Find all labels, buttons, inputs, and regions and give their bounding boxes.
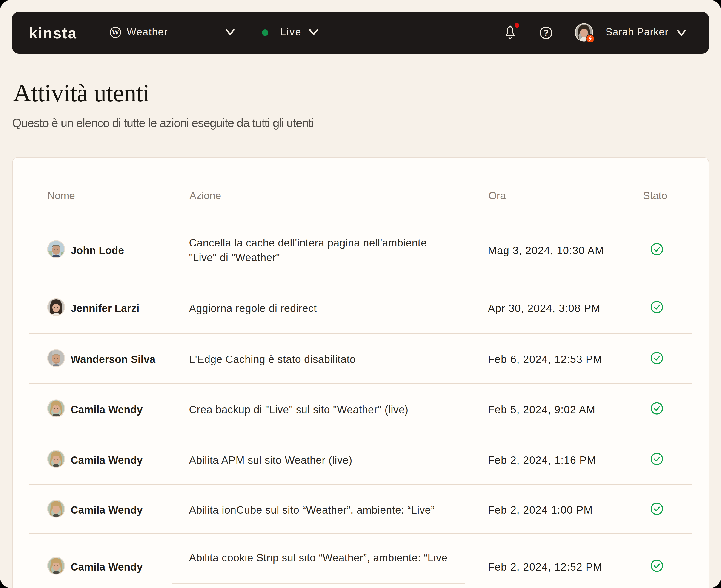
svg-text:W: W: [112, 28, 119, 37]
svg-text:?: ?: [543, 28, 548, 38]
